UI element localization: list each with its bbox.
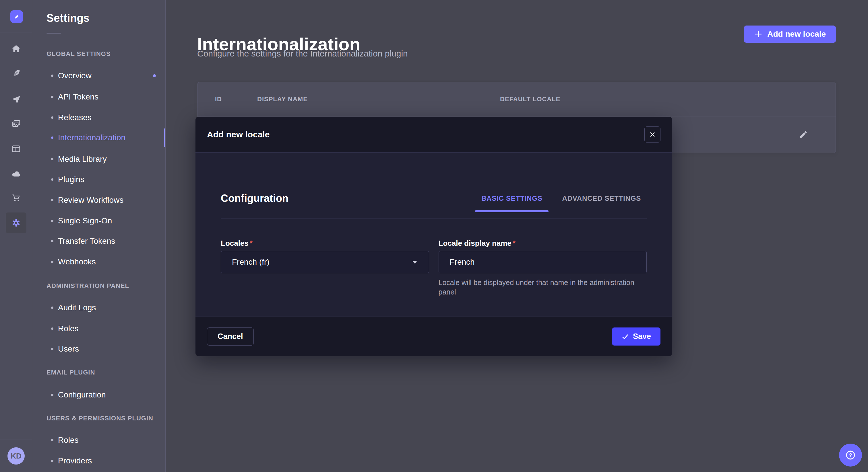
locales-select-value: French (fr) <box>232 258 270 267</box>
modal-title: Add new locale <box>207 130 270 139</box>
configuration-header: Configuration BASIC SETTINGS ADVANCED SE… <box>221 153 647 219</box>
close-icon <box>649 131 656 138</box>
add-new-locale-modal: Add new locale Configuration BASIC SETTI… <box>195 117 672 356</box>
cancel-button[interactable]: Cancel <box>207 328 254 345</box>
required-asterisk: * <box>513 239 516 247</box>
check-icon <box>621 333 629 340</box>
modal-footer: Cancel Save <box>195 316 672 356</box>
tab-basic-settings[interactable]: BASIC SETTINGS <box>482 195 542 202</box>
settings-tabs: BASIC SETTINGS ADVANCED SETTINGS <box>482 195 641 202</box>
form-fields: Locales* French (fr) Locale display name… <box>221 239 647 297</box>
display-name-hint: Locale will be displayed under that name… <box>439 278 640 297</box>
required-asterisk: * <box>250 239 253 247</box>
strapi-admin-app: KD Settings GLOBAL SETTINGS Overview API… <box>0 0 868 472</box>
close-button[interactable] <box>644 127 660 142</box>
display-name-field: Locale display name* Locale will be disp… <box>439 239 647 297</box>
tab-advanced-settings[interactable]: ADVANCED SETTINGS <box>562 195 641 202</box>
locales-select[interactable]: French (fr) <box>221 251 429 273</box>
configuration-title: Configuration <box>221 192 288 205</box>
modal-body: Configuration BASIC SETTINGS ADVANCED SE… <box>195 153 672 316</box>
chevron-down-icon <box>412 260 418 264</box>
display-name-label: Locale display name <box>439 239 512 247</box>
save-button[interactable]: Save <box>612 328 660 345</box>
locales-field: Locales* French (fr) <box>221 239 429 297</box>
locales-label: Locales <box>221 239 249 247</box>
display-name-input[interactable] <box>439 251 647 273</box>
modal-header: Add new locale <box>195 117 672 153</box>
